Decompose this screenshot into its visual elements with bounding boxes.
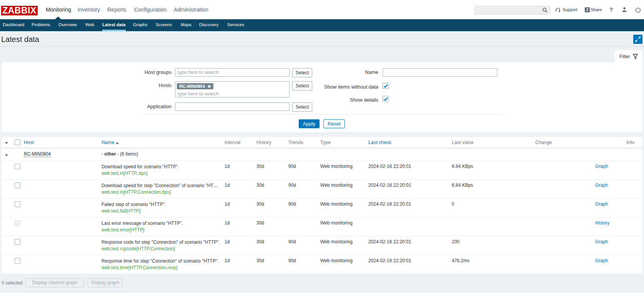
svg-text:Z: Z — [586, 8, 588, 12]
